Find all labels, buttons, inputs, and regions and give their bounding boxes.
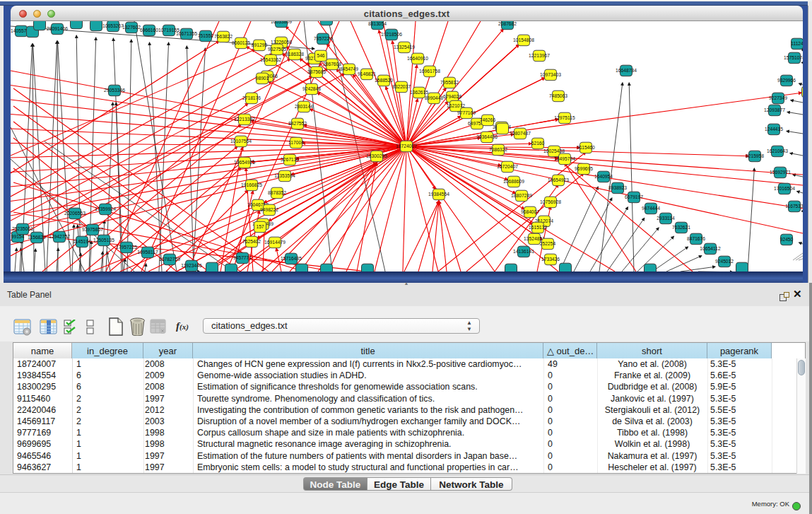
svg-text:9115460: 9115460 xyxy=(577,145,595,150)
svg-text:3875685: 3875685 xyxy=(307,69,326,74)
svg-text:15751074: 15751074 xyxy=(784,55,803,60)
svg-text:9684007: 9684007 xyxy=(521,209,539,214)
svg-text:9699695: 9699695 xyxy=(575,166,593,171)
svg-text:17957225: 17957225 xyxy=(116,245,137,250)
svg-text:9327505: 9327505 xyxy=(268,47,286,52)
svg-text:11923446: 11923446 xyxy=(181,263,202,268)
svg-text:25235061: 25235061 xyxy=(12,226,33,231)
svg-text:1145194: 1145194 xyxy=(73,239,91,244)
svg-text:19654925: 19654925 xyxy=(234,160,255,165)
svg-text:8215958: 8215958 xyxy=(746,153,764,158)
svg-text:9474444: 9474444 xyxy=(642,206,660,211)
svg-text:29053346: 29053346 xyxy=(104,88,125,93)
svg-text:9146821: 9146821 xyxy=(358,71,376,76)
svg-text:19654923: 19654923 xyxy=(548,177,569,182)
svg-text:1327602: 1327602 xyxy=(122,25,141,30)
svg-text:8878352: 8878352 xyxy=(268,190,286,195)
svg-text:16640910: 16640910 xyxy=(407,56,428,61)
svg-text:18724007: 18724007 xyxy=(396,144,417,148)
svg-text:16033809: 16033809 xyxy=(271,21,292,24)
svg-text:10973403: 10973403 xyxy=(540,72,561,77)
svg-text:11353594: 11353594 xyxy=(274,173,295,178)
svg-text:10654112: 10654112 xyxy=(700,246,721,251)
svg-text:12213967: 12213967 xyxy=(529,53,550,58)
svg-text:8660125: 8660125 xyxy=(232,40,250,45)
svg-text:16543362: 16543362 xyxy=(260,57,281,62)
svg-text:62160: 62160 xyxy=(531,141,545,146)
svg-text:6679197: 6679197 xyxy=(625,194,643,199)
svg-text:12942757: 12942757 xyxy=(49,234,70,239)
svg-text:14136141: 14136141 xyxy=(513,249,534,254)
svg-text:16671355: 16671355 xyxy=(176,31,197,36)
svg-text:10107554: 10107554 xyxy=(230,139,252,144)
svg-text:12213382: 12213382 xyxy=(234,117,255,122)
svg-text:9245012: 9245012 xyxy=(715,259,734,264)
svg-text:18495794: 18495794 xyxy=(554,156,575,161)
svg-text:11124: 11124 xyxy=(791,41,803,46)
svg-text:15716485: 15716485 xyxy=(281,256,302,261)
svg-text:9777169: 9777169 xyxy=(457,110,476,115)
svg-text:17359924: 17359924 xyxy=(95,206,116,211)
svg-text:7485063: 7485063 xyxy=(549,93,567,98)
svg-text:751552: 751552 xyxy=(198,33,214,38)
svg-text:2718176: 2718176 xyxy=(242,95,261,100)
svg-text:16961758: 16961758 xyxy=(419,69,440,74)
svg-text:1615132: 1615132 xyxy=(529,225,547,230)
svg-text:7857224: 7857224 xyxy=(314,36,332,41)
svg-text:8454749: 8454749 xyxy=(340,66,358,71)
svg-text:12975115: 12975115 xyxy=(554,115,575,120)
svg-text:28091406: 28091406 xyxy=(47,26,68,31)
svg-text:16782759: 16782759 xyxy=(159,257,180,262)
svg-text:3267130: 3267130 xyxy=(281,157,299,162)
svg-text:19218506: 19218506 xyxy=(381,32,402,37)
svg-text:7386322: 7386322 xyxy=(489,147,507,152)
svg-text:6794028: 6794028 xyxy=(443,94,461,99)
svg-text:92450: 92450 xyxy=(780,237,794,242)
svg-text:20364436: 20364436 xyxy=(476,134,498,139)
svg-text:1156829: 1156829 xyxy=(28,235,46,240)
svg-text:12505135: 12505135 xyxy=(93,238,114,243)
svg-text:252254: 252254 xyxy=(540,241,556,246)
svg-text:10653267: 10653267 xyxy=(102,23,124,28)
svg-text:8471676: 8471676 xyxy=(687,236,705,241)
svg-text:8427552: 8427552 xyxy=(288,121,307,126)
svg-text:16648784: 16648784 xyxy=(616,68,637,73)
svg-text:746266: 746266 xyxy=(480,117,496,122)
svg-text:7632621: 7632621 xyxy=(672,225,690,230)
svg-text:10958117: 10958117 xyxy=(137,250,158,255)
svg-text:12093877: 12093877 xyxy=(764,107,785,112)
svg-text:6966160: 6966160 xyxy=(140,28,158,33)
svg-text:117004: 117004 xyxy=(288,140,304,145)
svg-text:8186328: 8186328 xyxy=(286,52,304,57)
svg-text:18807249: 18807249 xyxy=(511,193,532,198)
svg-text:8322037: 8322037 xyxy=(392,84,411,89)
svg-text:10688609: 10688609 xyxy=(503,179,524,184)
svg-text:15720407: 15720407 xyxy=(497,164,518,169)
svg-text:13325419: 13325419 xyxy=(394,45,415,49)
svg-text:1733426: 1733426 xyxy=(541,257,560,262)
svg-text:99154: 99154 xyxy=(11,234,25,239)
svg-text:20206553: 20206553 xyxy=(64,211,86,216)
svg-text:2933114: 2933114 xyxy=(657,216,675,221)
svg-text:9227349: 9227349 xyxy=(769,95,787,100)
svg-text:7663822: 7663822 xyxy=(214,34,233,39)
svg-text:9329966: 9329966 xyxy=(777,78,796,83)
svg-text:10807487: 10807487 xyxy=(510,131,531,136)
svg-text:891295: 891295 xyxy=(252,42,268,47)
svg-text:2087682: 2087682 xyxy=(498,21,517,26)
svg-text:7625402: 7625402 xyxy=(242,239,261,244)
svg-text:1244415: 1244415 xyxy=(765,127,783,132)
svg-text:17016504: 17016504 xyxy=(774,186,795,191)
svg-text:1362615: 1362615 xyxy=(410,90,428,95)
svg-text:8990448: 8990448 xyxy=(425,95,443,100)
svg-text:9498222: 9498222 xyxy=(260,207,278,212)
svg-text:157: 157 xyxy=(256,224,264,229)
svg-text:8813054: 8813054 xyxy=(368,21,387,26)
svg-text:98901: 98901 xyxy=(256,76,269,81)
svg-text:1640954: 1640954 xyxy=(594,174,613,179)
svg-text:16914479: 16914479 xyxy=(264,240,286,245)
svg-text:18300295: 18300295 xyxy=(366,153,387,158)
svg-text:19166825: 19166825 xyxy=(241,182,262,187)
svg-text:7955812: 7955812 xyxy=(440,80,459,85)
svg-text:9242848: 9242848 xyxy=(302,86,321,91)
